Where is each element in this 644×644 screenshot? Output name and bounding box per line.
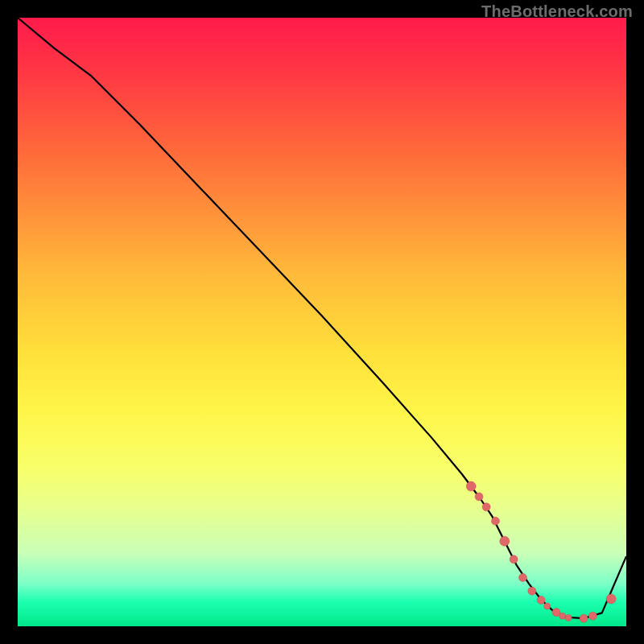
highlight-dot	[491, 517, 499, 525]
highlight-dot	[544, 603, 551, 609]
plot-area	[18, 18, 626, 626]
highlight-dot	[580, 614, 588, 622]
chart-stage: TheBottleneck.com	[0, 0, 644, 644]
highlight-dots	[466, 481, 616, 622]
highlight-dot	[518, 574, 526, 582]
highlight-dot	[559, 613, 566, 619]
highlight-dot	[606, 594, 616, 604]
highlight-dot	[528, 587, 536, 595]
highlight-dot	[510, 555, 518, 564]
watermark-text: TheBottleneck.com	[481, 3, 633, 19]
highlight-dot	[475, 493, 483, 501]
highlight-dot	[565, 614, 572, 621]
curve-svg	[18, 18, 626, 626]
highlight-dot	[466, 481, 476, 491]
main-curve	[18, 18, 626, 618]
highlight-dot	[500, 536, 510, 546]
highlight-dot	[588, 612, 597, 620]
highlight-dot	[482, 503, 490, 511]
highlight-dot	[537, 596, 545, 604]
